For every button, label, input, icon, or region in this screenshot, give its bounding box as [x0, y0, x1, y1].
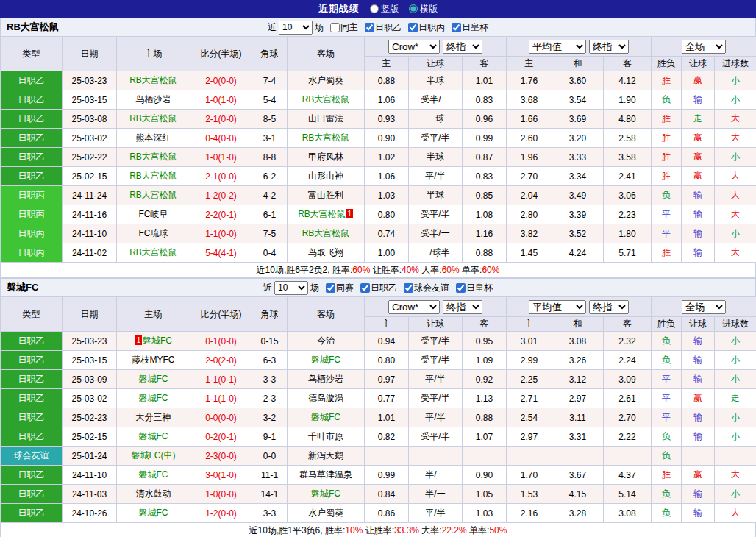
avg-odds-cell: 2.22 — [604, 427, 652, 447]
home-team-cell: RB大宫松鼠 — [117, 110, 190, 129]
score-cell[interactable]: 0-4(0-0) — [190, 129, 252, 148]
odds-cell: 1.03 — [365, 186, 409, 205]
score-cell[interactable]: 0-1(0-0) — [190, 332, 252, 351]
average-select[interactable]: 平均值 — [529, 40, 586, 54]
score-cell[interactable]: 5-4(4-1) — [190, 243, 252, 263]
score-cell[interactable]: 1-2(0-2) — [190, 186, 252, 205]
team-name[interactable]: RB大宫松鼠 — [129, 152, 177, 162]
team-name[interactable]: 鸟栖沙岩 — [308, 374, 343, 384]
vertical-layout-radio[interactable] — [370, 4, 379, 13]
avg-odds-cell: 2.32 — [604, 332, 652, 351]
result-cell: 负 — [652, 332, 682, 351]
score-cell[interactable]: 1-0(1-0) — [190, 90, 252, 110]
odds-cell: 0.95 — [463, 332, 507, 351]
odds-stage-select[interactable]: 终指 — [443, 300, 482, 314]
team-name[interactable]: 水户蜀葵 — [308, 75, 343, 85]
bookmaker-select[interactable]: Crow* — [388, 40, 440, 54]
team-name[interactable]: 磐城FC — [143, 335, 172, 346]
team-name[interactable]: RB大宫松鼠 — [302, 228, 350, 238]
avg-stage-select[interactable]: 终指 — [589, 300, 629, 314]
team-name[interactable]: 今治 — [317, 335, 335, 346]
avg-odds-cell: 3.39 — [552, 205, 604, 224]
score-cell[interactable]: 1-1(0-0) — [190, 224, 252, 243]
team-name[interactable]: 清水鼓动 — [136, 488, 171, 499]
red-card-badge: 1 — [135, 335, 142, 345]
score-cell[interactable]: 2-0(0-0) — [190, 71, 252, 90]
score-cell[interactable]: 0-2(0-1) — [190, 427, 252, 447]
summary-text: 22.2% — [442, 525, 467, 536]
score-cell[interactable]: 1-1(0-1) — [190, 370, 252, 389]
score-cell[interactable]: 2-1(0-0) — [190, 110, 252, 129]
bookmaker-select[interactable]: Crow* — [388, 300, 440, 314]
score-cell[interactable]: 2-1(0-0) — [190, 167, 252, 186]
team-name[interactable]: RB大宫松鼠 — [129, 171, 177, 181]
odds-cell: 受平/半 — [409, 205, 463, 224]
score-cell[interactable]: 2-2(0-1) — [190, 205, 252, 224]
recent-count-select[interactable]: 10 — [279, 21, 313, 35]
scope-select[interactable]: 全场 — [682, 40, 726, 54]
team-name[interactable]: 藤枝MYFC — [132, 355, 175, 365]
emperors-cup-checkbox[interactable] — [452, 23, 461, 32]
team-name[interactable]: RB大宫松鼠 — [129, 190, 177, 200]
team-name[interactable]: 磐城FC — [139, 374, 168, 384]
team-name[interactable]: 群马草津温泉 — [299, 469, 352, 480]
score-cell[interactable]: 2-0(2-0) — [190, 351, 252, 370]
avg-stage-select[interactable]: 终指 — [589, 40, 629, 54]
date-cell: 25-03-02 — [63, 389, 117, 408]
league-j2-checkbox[interactable] — [360, 283, 370, 293]
score-cell[interactable]: 2-3(0-0) — [190, 447, 252, 466]
league-cell: 日职乙 — [1, 167, 63, 186]
team-name[interactable]: 磐城FC(中) — [132, 450, 176, 460]
team-name[interactable]: 鸟取飞翔 — [308, 247, 343, 257]
team-name[interactable]: 磐城FC — [311, 355, 340, 365]
team-name[interactable]: RB大宫松鼠 — [129, 75, 177, 85]
odds-stage-select[interactable]: 终指 — [443, 40, 482, 54]
team-name[interactable]: RB大宫松鼠 — [129, 247, 177, 257]
team-name[interactable]: 千叶市原 — [308, 431, 343, 441]
score-cell[interactable]: 0-0(0-0) — [190, 408, 252, 427]
team-name[interactable]: RB大宫松鼠 — [298, 209, 346, 219]
team-name[interactable]: 磐城FC — [139, 393, 168, 403]
team-name[interactable]: 山形山神 — [308, 171, 343, 181]
score-cell[interactable]: 1-0(1-0) — [190, 148, 252, 167]
result-cell: 大 — [715, 167, 756, 186]
team-name[interactable]: 山口雷法 — [308, 113, 343, 124]
team-name[interactable]: 磐城FC — [139, 508, 168, 518]
team-name[interactable]: 德岛漩涡 — [308, 393, 343, 403]
score-cell[interactable]: 1-0(0-0) — [190, 485, 252, 504]
odds-cell: 0.77 — [365, 389, 409, 408]
team-name[interactable]: 甲府风林 — [308, 152, 343, 162]
team-name[interactable]: 磐城FC — [311, 412, 340, 422]
team-name[interactable]: 磐城FC — [311, 488, 340, 499]
result-cell: 赢 — [682, 466, 715, 485]
emperors-cup-checkbox[interactable] — [456, 283, 466, 293]
league-j2-checkbox[interactable] — [365, 23, 374, 32]
team-name[interactable]: 富山胜利 — [308, 190, 343, 200]
home-team-cell: RB大宫松鼠 — [117, 186, 190, 205]
team-name[interactable]: FC琉球 — [139, 228, 168, 238]
team-name[interactable]: 熊本深红 — [136, 132, 171, 143]
league-j3-checkbox[interactable] — [408, 23, 418, 32]
same-league-checkbox[interactable] — [326, 283, 335, 293]
score-cell[interactable]: 1-2(0-0) — [190, 504, 252, 523]
score-cell[interactable]: 1-1(1-0) — [190, 389, 252, 408]
horizontal-layout-radio[interactable] — [409, 4, 418, 13]
average-select[interactable]: 平均值 — [529, 300, 586, 314]
recent-count-select[interactable]: 10 — [274, 281, 308, 295]
team-name[interactable]: 新泻天鹅 — [308, 450, 343, 460]
result-cell: 输 — [682, 408, 715, 427]
team-name[interactable]: RB大宫松鼠 — [129, 113, 177, 124]
team-name[interactable]: 磐城FC — [139, 469, 168, 480]
scope-select[interactable]: 全场 — [682, 300, 726, 314]
score-cell[interactable]: 3-0(1-0) — [190, 466, 252, 485]
team-name[interactable]: 水户蜀葵 — [308, 508, 343, 518]
team-name[interactable]: RB大宫松鼠 — [302, 132, 350, 143]
team-name[interactable]: 大分三神 — [136, 412, 171, 422]
same-home-checkbox[interactable] — [330, 23, 340, 32]
match-row: 日职丙24-11-16FC岐阜2-2(0-1)6-1RB大宫松鼠10.80受平/… — [1, 205, 756, 224]
team-name[interactable]: 磐城FC — [139, 431, 168, 441]
team-name[interactable]: FC岐阜 — [139, 209, 168, 219]
team-name[interactable]: RB大宫松鼠 — [302, 94, 350, 104]
club-friendly-checkbox[interactable] — [404, 283, 413, 293]
team-name[interactable]: 鸟栖沙岩 — [136, 94, 171, 104]
